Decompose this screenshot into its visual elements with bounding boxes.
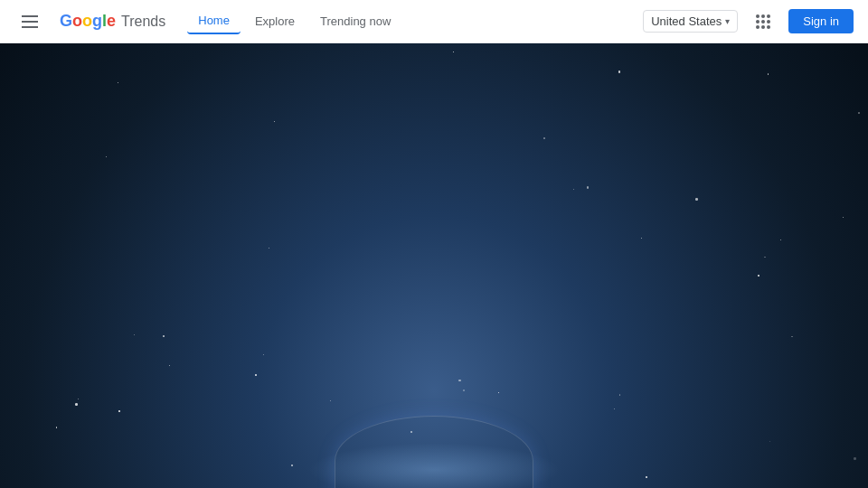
brand-g: G [60, 12, 72, 30]
navbar: Google Trends Home Explore Trending now … [0, 0, 868, 43]
nav-link-home[interactable]: Home [187, 8, 241, 34]
chevron-down-icon: ▾ [725, 16, 730, 26]
country-name: United States [651, 14, 722, 28]
google-apps-button[interactable] [749, 7, 778, 36]
sign-in-button[interactable]: Sign in [788, 9, 854, 33]
brand-o1: o [72, 12, 82, 30]
brand-name: Trends [121, 14, 165, 30]
menu-button[interactable] [14, 8, 45, 35]
brand-o2: o [82, 12, 92, 30]
nav-links: Home Explore Trending now [187, 8, 401, 34]
dive-inner: Dive deeper Explore issues and events in… [36, 449, 832, 488]
nav-link-trending[interactable]: Trending now [309, 9, 401, 33]
nav-left: Google Trends Home Explore Trending now [14, 8, 643, 35]
nav-link-explore[interactable]: Explore [244, 9, 306, 33]
dive-section: Dive deeper Explore issues and events in… [0, 422, 868, 488]
nav-right: United States ▾ Sign in [643, 7, 854, 36]
country-selector[interactable]: United States ▾ [643, 10, 738, 33]
brand-g2: g [92, 12, 102, 30]
brand-e: e [107, 12, 116, 30]
brand-logo: Google Trends [60, 12, 165, 31]
